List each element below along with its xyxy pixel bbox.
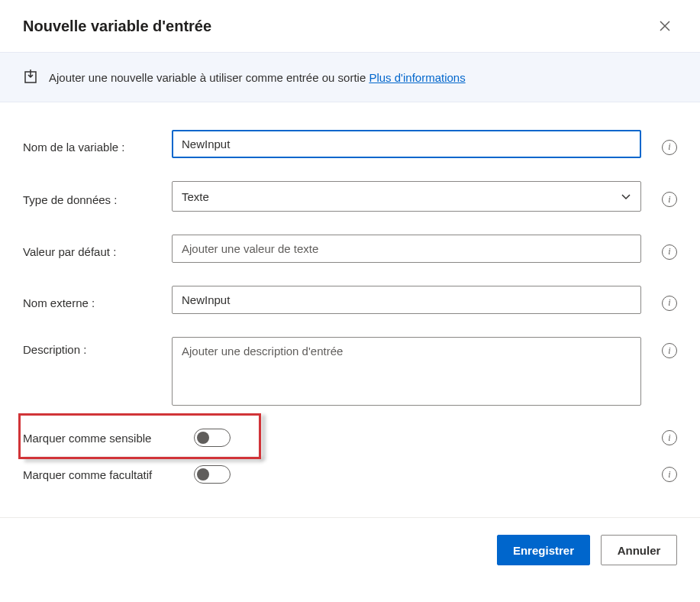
variable-name-input[interactable] [172, 130, 641, 158]
info-icon[interactable]: i [662, 244, 677, 260]
dialog-footer: Enregistrer Annuler [0, 517, 700, 582]
description-textarea[interactable] [172, 337, 641, 406]
label-data-type: Type de données : [23, 187, 172, 206]
new-input-variable-dialog: Nouvelle variable d'entrée Ajouter une n… [0, 0, 700, 582]
row-description: Description : i [23, 337, 677, 406]
cancel-button[interactable]: Annuler [601, 535, 677, 565]
close-button[interactable] [653, 14, 677, 38]
input-output-icon [23, 70, 38, 85]
info-icon[interactable]: i [662, 192, 677, 207]
info-banner-text-content: Ajouter une nouvelle variable à utiliser… [49, 71, 369, 84]
info-icon[interactable]: i [662, 343, 677, 358]
toggle-knob [197, 432, 209, 444]
info-icon[interactable]: i [662, 296, 677, 311]
label-optional: Marquer comme facultatif [23, 468, 176, 481]
more-info-link[interactable]: Plus d'informations [369, 71, 465, 84]
row-data-type: Type de données : Texte i [23, 181, 677, 212]
optional-toggle[interactable] [194, 465, 231, 484]
label-variable-name: Nom de la variable : [23, 134, 172, 154]
form-body: Nom de la variable : i Type de données :… [0, 102, 700, 517]
row-variable-name: Nom de la variable : i [23, 130, 677, 158]
save-button[interactable]: Enregistrer [497, 535, 590, 565]
default-value-input[interactable] [172, 235, 641, 263]
info-icon[interactable]: i [662, 467, 677, 482]
data-type-select[interactable]: Texte [172, 181, 641, 212]
row-default-value: Valeur par défaut : i [23, 235, 677, 263]
label-description: Description : [23, 337, 172, 356]
info-icon[interactable]: i [662, 140, 677, 155]
dialog-header: Nouvelle variable d'entrée [0, 0, 700, 52]
label-external-name: Nom externe : [23, 290, 172, 309]
label-default-value: Valeur par défaut : [23, 239, 172, 258]
sensitive-toggle[interactable] [194, 429, 231, 447]
row-sensitive: Marquer comme sensible i [23, 429, 677, 447]
external-name-input[interactable] [172, 286, 641, 314]
label-sensitive: Marquer comme sensible [23, 432, 176, 445]
toggle-knob [197, 468, 209, 481]
row-external-name: Nom externe : i [23, 286, 677, 314]
chevron-down-icon [621, 191, 631, 202]
close-icon [659, 20, 671, 32]
info-banner: Ajouter une nouvelle variable à utiliser… [0, 52, 700, 102]
row-optional: Marquer comme facultatif i [23, 465, 677, 484]
data-type-value: Texte [182, 190, 209, 203]
info-banner-text: Ajouter une nouvelle variable à utiliser… [49, 71, 466, 84]
info-icon[interactable]: i [662, 430, 677, 445]
dialog-title: Nouvelle variable d'entrée [23, 18, 211, 35]
